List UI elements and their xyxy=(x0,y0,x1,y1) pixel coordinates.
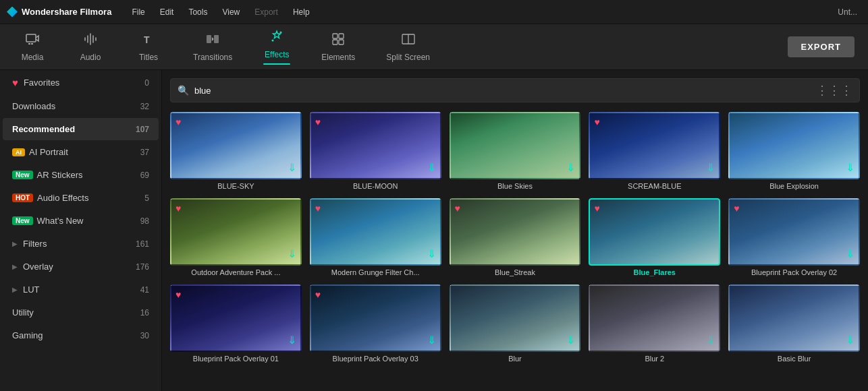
sidebar-item-filters[interactable]: ▶ Filters 161 xyxy=(3,233,159,255)
sidebar-item-downloads[interactable]: Downloads 32 xyxy=(3,95,159,117)
export-button[interactable]: EXPORT xyxy=(788,36,855,57)
menu-help[interactable]: Help xyxy=(286,5,317,20)
grid-item-basic-blur[interactable]: ⇓Basic Blur xyxy=(728,284,860,363)
grid-label-blueprint02: Blueprint Pack Overlay 02 xyxy=(728,268,860,276)
menu-file[interactable]: File xyxy=(125,5,151,20)
heart-icon-blueprint02: ♥ xyxy=(734,203,739,214)
grid-label-blur2: Blur 2 xyxy=(589,355,720,363)
sidebar-whats-new-count: 98 xyxy=(140,216,149,226)
grid-item-blur2[interactable]: ⇓Blur 2 xyxy=(589,284,720,363)
arrow-lut: ▶ xyxy=(12,286,18,293)
effects-grid: ♥⇓BLUE-SKY♥⇓BLUE-MOON⇓Blue Skies♥⇓SCREAM… xyxy=(170,112,860,363)
transitions-icon xyxy=(205,32,220,50)
svg-rect-4 xyxy=(207,35,211,43)
sidebar-downloads-count: 32 xyxy=(140,102,149,111)
window-title: Unt... xyxy=(838,7,861,17)
thumb-blue-explosion: ⇓ xyxy=(728,112,860,179)
grid-view-icon[interactable]: ⋮⋮⋮ xyxy=(816,83,852,98)
sidebar-item-gaming[interactable]: Gaming 30 xyxy=(3,324,159,347)
download-icon-outdoor: ⇓ xyxy=(288,247,296,260)
content-area: 🔍 ⋮⋮⋮ ♥⇓BLUE-SKY♥⇓BLUE-MOON⇓Blue Skies♥⇓… xyxy=(162,70,868,391)
sidebar-item-ai-portrait[interactable]: AI AI Portrait 37 xyxy=(3,141,159,163)
heart-icon-blueprint03: ♥ xyxy=(315,289,321,300)
sidebar-utility-count: 16 xyxy=(140,308,149,318)
toolbar-effects[interactable]: Effects xyxy=(258,26,296,67)
sidebar-overlay-count: 176 xyxy=(136,262,149,272)
sidebar-ar-label: AR Stickers xyxy=(37,170,140,180)
thumb-basic-blur: ⇓ xyxy=(728,284,860,352)
thumb-blue-flares: ♥ xyxy=(589,198,720,266)
grid-item-blueprint01[interactable]: ♥⇓Blueprint Pack Overlay 01 xyxy=(170,284,302,363)
thumb-outdoor: ♥⇓ xyxy=(170,198,302,266)
grid-label-blueprint03: Blueprint Pack Overlay 03 xyxy=(310,355,441,363)
sidebar-item-audio-effects[interactable]: HOT Audio Effects 5 xyxy=(3,187,159,209)
search-bar: 🔍 ⋮⋮⋮ xyxy=(170,78,860,102)
toolbar-elements-label: Elements xyxy=(321,53,355,62)
sidebar-gaming-count: 30 xyxy=(140,331,149,340)
grid-label-blue-skies: Blue Skies xyxy=(450,182,581,190)
sidebar-item-whats-new[interactable]: New What's New 98 xyxy=(3,210,159,232)
grid-item-blueprint02[interactable]: ♥⇓Blueprint Pack Overlay 02 xyxy=(728,198,860,276)
toolbar-audio[interactable]: Audio xyxy=(72,29,109,65)
grid-label-blue-moon: BLUE-MOON xyxy=(310,182,441,190)
sidebar-item-utility[interactable]: Utility 16 xyxy=(3,301,159,324)
sidebar-item-recommended[interactable]: Recommended 107 xyxy=(3,118,159,140)
menu-tools[interactable]: Tools xyxy=(182,5,214,20)
thumb-blur: ⇓ xyxy=(450,284,581,352)
toolbar-transitions[interactable]: Transitions xyxy=(188,29,238,65)
grid-label-blue-explosion: Blue Explosion xyxy=(728,182,860,190)
svg-point-7 xyxy=(272,40,274,42)
grid-item-blue-flares[interactable]: ♥Blue_Flares xyxy=(589,198,720,276)
toolbar: Media Audio T Titles Transitions xyxy=(0,24,868,70)
media-icon xyxy=(25,32,40,50)
grid-item-modern-grunge[interactable]: ♥⇓Modern Grunge Filter Ch... xyxy=(310,198,441,276)
grid-label-outdoor: Outdoor Adventure Pack ... xyxy=(170,268,302,276)
thumb-blueprint01: ♥⇓ xyxy=(170,284,302,352)
heart-icon-blue-flares: ♥ xyxy=(594,203,599,214)
toolbar-media[interactable]: Media xyxy=(13,29,51,65)
toolbar-audio-label: Audio xyxy=(80,53,101,62)
sidebar-item-overlay[interactable]: ▶ Overlay 176 xyxy=(3,255,159,278)
sidebar-filters-label: Filters xyxy=(23,239,136,249)
grid-item-blueprint03[interactable]: ♥⇓Blueprint Pack Overlay 03 xyxy=(310,284,441,363)
toolbar-elements[interactable]: Elements xyxy=(316,29,360,65)
grid-item-blue-streak[interactable]: ♥Blue_Streak xyxy=(450,198,581,276)
sidebar-lut-label: LUT xyxy=(23,284,140,295)
toolbar-split-screen[interactable]: Split Screen xyxy=(381,29,435,65)
thumb-scream-blue: ♥⇓ xyxy=(589,112,720,179)
svg-rect-2 xyxy=(31,43,33,44)
toolbar-titles-label: Titles xyxy=(139,53,158,62)
grid-item-blue-explosion[interactable]: ⇓Blue Explosion xyxy=(728,112,860,190)
sidebar-item-lut[interactable]: ▶ LUT 41 xyxy=(3,278,159,301)
search-icon: 🔍 xyxy=(178,85,189,96)
grid-label-blueprint01: Blueprint Pack Overlay 01 xyxy=(170,355,302,363)
grid-item-outdoor[interactable]: ♥⇓Outdoor Adventure Pack ... xyxy=(170,198,302,276)
toolbar-titles[interactable]: T Titles xyxy=(130,29,167,65)
download-icon-blueprint03: ⇓ xyxy=(427,334,436,347)
grid-item-blue-sky[interactable]: ♥⇓BLUE-SKY xyxy=(170,112,302,190)
grid-label-blue-sky: BLUE-SKY xyxy=(170,182,302,190)
toolbar-split-label: Split Screen xyxy=(386,53,430,62)
elements-icon xyxy=(331,32,346,50)
grid-item-blue-moon[interactable]: ♥⇓BLUE-MOON xyxy=(310,112,441,190)
sidebar-item-ar-stickers[interactable]: New AR Stickers 69 xyxy=(3,164,159,186)
menu-edit[interactable]: Edit xyxy=(153,5,181,20)
grid-item-scream-blue[interactable]: ♥⇓SCREAM-BLUE xyxy=(589,112,720,190)
grid-label-modern-grunge: Modern Grunge Filter Ch... xyxy=(310,268,441,276)
sidebar-item-favorites[interactable]: ♥ Favorites 0 xyxy=(3,71,159,94)
titles-icon: T xyxy=(141,32,156,50)
sidebar-overlay-label: Overlay xyxy=(23,262,136,272)
search-input[interactable] xyxy=(194,86,811,96)
svg-rect-0 xyxy=(26,34,36,42)
heart-icon-outdoor: ♥ xyxy=(175,203,181,214)
download-icon-blur2: ⇓ xyxy=(706,334,715,347)
menu-view[interactable]: View xyxy=(215,5,246,20)
download-icon-blur: ⇓ xyxy=(566,334,575,347)
grid-item-blue-skies[interactable]: ⇓Blue Skies xyxy=(450,112,581,190)
sidebar: ♥ Favorites 0 Downloads 32 Recommended 1… xyxy=(0,70,162,391)
download-icon-modern-grunge: ⇓ xyxy=(427,247,436,260)
toolbar-media-label: Media xyxy=(22,53,44,62)
app-logo: Wondershare Filmora xyxy=(7,7,111,18)
grid-item-blur[interactable]: ⇓Blur xyxy=(450,284,581,363)
menu-export[interactable]: Export xyxy=(248,5,285,20)
